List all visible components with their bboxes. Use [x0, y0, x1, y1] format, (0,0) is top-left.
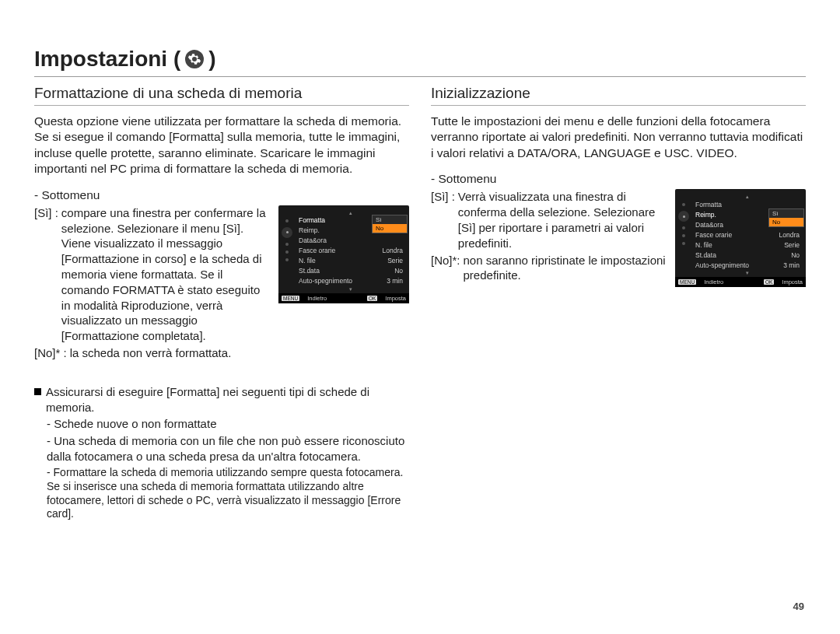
title-prefix: Impostazioni ( — [34, 47, 180, 72]
def-row-si: [Sì] : compare una finestra per conferma… — [34, 205, 269, 344]
def-row-no: [No]*: non saranno ripristinate le impos… — [431, 253, 666, 284]
svg-point-0 — [286, 231, 289, 233]
ok-button-icon: OK — [367, 296, 377, 301]
lcd-footer: MENU Indietro OK Imposta — [675, 277, 806, 287]
def-val: Verrà visualizzata una finestra di confe… — [458, 189, 666, 250]
chevron-up-icon: ▴ — [692, 194, 803, 199]
right-column: Inizializzazione Tutte le impostazioni d… — [431, 85, 806, 521]
title-suffix: ) — [208, 47, 215, 72]
lcd-menu-item: St.dataNo — [296, 266, 406, 276]
note-item: - Schede nuove o non formattate — [34, 416, 409, 432]
def-key: [Sì] : — [34, 205, 58, 344]
notes-lead: Assicurarsi di eseguire [Formatta] nei s… — [46, 384, 409, 415]
lcd-menu-item: N. fileSerie — [296, 256, 406, 266]
section-heading-format: Formattazione di una scheda di memoria — [34, 85, 409, 106]
notes-block: Assicurarsi di eseguire [Formatta] nei s… — [34, 384, 409, 522]
popup-option-selected: No — [769, 218, 803, 226]
def-row-no: [No]* : la scheda non verrà formattata. — [34, 345, 269, 361]
def-key: [Sì] : — [431, 189, 455, 250]
chevron-down-icon: ▾ — [692, 270, 803, 275]
def-row-si: [Sì] : Verrà visualizzata una finestra d… — [431, 189, 666, 250]
def-key: [No]*: — [431, 253, 460, 284]
lcd-footer: MENU Indietro OK Imposta — [278, 293, 409, 303]
lcd-menu-item: N. fileSerie — [692, 240, 803, 250]
chevron-down-icon: ▾ — [296, 286, 406, 292]
lcd-sidebar — [675, 192, 692, 275]
popup-option-selected: No — [373, 224, 407, 233]
popup-option: Sì — [373, 215, 407, 224]
section-heading-init: Inizializzazione — [431, 85, 806, 106]
lcd-menu-item: Data&ora — [296, 236, 406, 246]
lcd-menu-item: St.dataNo — [692, 250, 803, 260]
page-title: Impostazioni ( ) — [34, 47, 806, 77]
lcd-menu-item: Fasce orarieLondra — [296, 246, 406, 256]
menu-button-icon: MENU — [282, 296, 299, 301]
page-number: 49 — [793, 601, 804, 612]
submenu-label: - Sottomenu — [34, 188, 409, 202]
def-val: non saranno ripristinate le impostazioni… — [464, 253, 666, 284]
ok-button-icon: OK — [764, 279, 774, 285]
menu-button-icon: MENU — [678, 279, 696, 285]
def-val: la scheda non verrà formattata. — [70, 345, 232, 361]
note-item: - Una scheda di memoria con un file che … — [34, 433, 409, 464]
left-column: Formattazione di una scheda di memoria Q… — [34, 85, 409, 521]
submenu-label: - Sottomenu — [431, 172, 806, 186]
def-key: [No]* : — [34, 345, 67, 361]
svg-point-1 — [683, 215, 685, 218]
lcd-menu-item: Auto-spegnimento3 min — [296, 276, 406, 286]
gear-icon — [282, 227, 292, 238]
bullet-square-icon — [34, 388, 41, 395]
popup-option: Sì — [769, 209, 803, 218]
lcd-menu-item: Fasce orarieLondra — [692, 229, 803, 240]
def-val: compare una finestra per confermare la s… — [61, 205, 269, 344]
note-item: - Formattare la scheda di memoria utiliz… — [34, 466, 409, 522]
lcd-menu-item: Auto-spegnimento3 min — [692, 260, 803, 270]
camera-lcd-reset: ▴ Formatta Reimp. Sì No Data&ora Fasce o… — [675, 189, 806, 287]
gear-icon — [185, 50, 204, 68]
lcd-sidebar — [278, 208, 296, 292]
intro-paragraph: Tutte le impostazioni dei menu e delle f… — [431, 114, 806, 161]
gear-icon — [678, 211, 689, 222]
camera-lcd-format: ▴ Formatta Sì No Reimp.No Data&ora Fasce… — [278, 205, 409, 303]
intro-paragraph: Questa opzione viene utilizzata per form… — [34, 114, 409, 177]
